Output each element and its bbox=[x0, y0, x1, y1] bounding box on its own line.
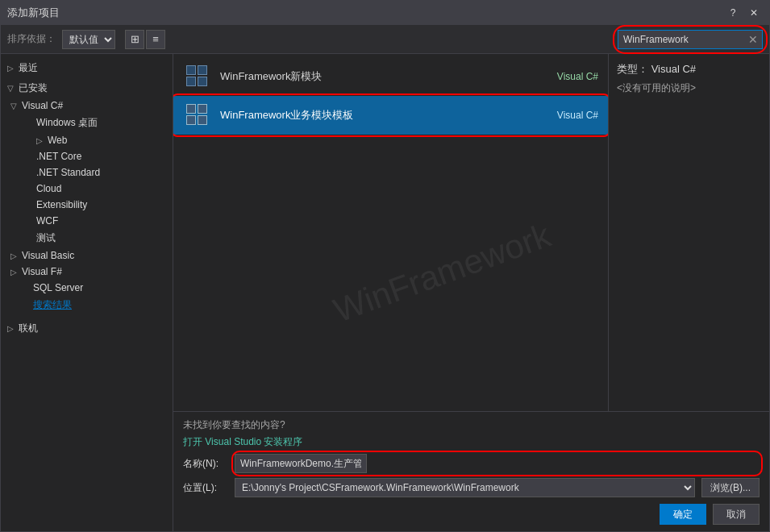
sidebar-item-net-core[interactable]: .NET Core bbox=[7, 148, 173, 164]
sidebar-item-windows-desktop[interactable]: Windows 桌面 bbox=[7, 114, 173, 132]
arrow-icon-fsharp: ▷ bbox=[10, 268, 22, 276]
name-input-wrapper bbox=[235, 454, 760, 473]
search-clear-button[interactable]: ✕ bbox=[745, 31, 761, 48]
sidebar-item-web[interactable]: ▷ Web bbox=[7, 132, 173, 148]
arrow-icon-csharp: ▽ bbox=[10, 102, 22, 110]
location-select[interactable]: E:\Jonny's Project\CSFramework.WinFramew… bbox=[235, 478, 695, 497]
sidebar-section-installed: ▽ 已安装 ▽ Visual C# Windows 桌面 ▷ W bbox=[1, 79, 173, 314]
sort-label: 排序依据： bbox=[7, 32, 56, 46]
sidebar-item-installed[interactable]: ▽ 已安装 bbox=[1, 79, 173, 98]
sidebar: ▷ 最近 ▽ 已安装 ▽ Visual C# Windows 桌面 bbox=[1, 54, 173, 531]
toolbar: 排序依据： 默认值 ⊞ ≡ ✕ bbox=[1, 25, 769, 54]
action-bar: 确定 取消 bbox=[183, 504, 760, 525]
browse-button[interactable]: 浏览(B)... bbox=[701, 478, 760, 497]
item-type: Visual C# bbox=[534, 71, 598, 82]
sidebar-section-online: ▷ 联机 bbox=[1, 319, 173, 338]
sidebar-item-net-standard[interactable]: .NET Standard bbox=[7, 164, 173, 181]
location-label: 位置(L): bbox=[183, 481, 228, 495]
sidebar-item-search-results[interactable]: 搜索结果 bbox=[4, 296, 173, 314]
dialog-title: 添加新项目 bbox=[7, 6, 60, 20]
title-bar-buttons: ? ✕ bbox=[724, 4, 763, 22]
open-installer-link[interactable]: 打开 Visual Studio 安装程序 bbox=[183, 436, 303, 447]
name-form-row: 名称(N): bbox=[183, 454, 760, 473]
grid-view-button[interactable]: ⊞ bbox=[125, 30, 144, 49]
sidebar-label-online: 联机 bbox=[19, 322, 38, 335]
sidebar-label-web: Web bbox=[48, 135, 67, 146]
table-row[interactable]: WinFramework业务模块模板 Visual C# bbox=[173, 96, 608, 135]
item-type: Visual C# bbox=[534, 110, 598, 121]
sidebar-installed-children: ▽ Visual C# Windows 桌面 ▷ Web .NET Core bbox=[1, 98, 173, 314]
arrow-icon-installed: ▽ bbox=[7, 84, 19, 93]
arrow-icon-web: ▷ bbox=[36, 136, 48, 145]
sidebar-item-recent[interactable]: ▷ 最近 bbox=[1, 59, 173, 77]
item-icon bbox=[183, 101, 212, 130]
details-description: <没有可用的说明> bbox=[617, 81, 761, 95]
list-view-button[interactable]: ≡ bbox=[146, 30, 165, 49]
sidebar-item-visual-csharp[interactable]: ▽ Visual C# bbox=[4, 98, 173, 114]
sidebar-section-recent: ▷ 最近 bbox=[1, 59, 173, 77]
sidebar-item-online[interactable]: ▷ 联机 bbox=[1, 319, 173, 338]
sidebar-label-visual-csharp: Visual C# bbox=[22, 100, 63, 111]
sidebar-item-sql-server[interactable]: SQL Server bbox=[4, 280, 173, 296]
search-input[interactable] bbox=[618, 30, 763, 49]
module-icon bbox=[185, 64, 210, 89]
sidebar-label-recent: 最近 bbox=[19, 61, 38, 75]
sort-select[interactable]: 默认值 bbox=[62, 30, 115, 49]
name-input[interactable] bbox=[235, 454, 367, 473]
sidebar-label-visual-basic: Visual Basic bbox=[22, 250, 74, 261]
arrow-icon-basic: ▷ bbox=[10, 251, 22, 260]
ok-button[interactable]: 确定 bbox=[660, 504, 706, 525]
sidebar-item-visual-fsharp[interactable]: ▷ Visual F# bbox=[4, 264, 173, 280]
table-row[interactable]: WinFramework新模块 Visual C# bbox=[173, 57, 608, 96]
title-bar: 添加新项目 ? ✕ bbox=[1, 1, 769, 25]
details-panel: 类型： Visual C# <没有可用的说明> bbox=[608, 54, 769, 411]
content-area: ▷ 最近 ▽ 已安装 ▽ Visual C# Windows 桌面 bbox=[1, 54, 769, 531]
arrow-icon-online: ▷ bbox=[7, 324, 19, 333]
view-buttons: ⊞ ≡ bbox=[125, 30, 165, 49]
sidebar-label-visual-fsharp: Visual F# bbox=[22, 266, 62, 277]
close-button[interactable]: ✕ bbox=[745, 4, 763, 22]
item-icon bbox=[183, 62, 212, 91]
sidebar-item-extensibility[interactable]: Extensibility bbox=[7, 197, 173, 213]
sidebar-item-cloud[interactable]: Cloud bbox=[7, 181, 173, 197]
module-icon bbox=[185, 102, 210, 128]
arrow-icon: ▷ bbox=[7, 64, 19, 73]
cancel-button[interactable]: 取消 bbox=[713, 504, 760, 525]
sidebar-item-visual-basic[interactable]: ▷ Visual Basic bbox=[4, 247, 173, 264]
items-list: WinFramework新模块 Visual C# bbox=[173, 54, 608, 411]
main-area: WinFramework WinFramework新模块 bbox=[173, 54, 769, 531]
item-name: WinFramework新模块 bbox=[220, 69, 526, 84]
sidebar-item-wcf[interactable]: WCF bbox=[7, 213, 173, 229]
details-type-label: 类型： Visual C# bbox=[617, 62, 761, 77]
location-form-row: 位置(L): E:\Jonny's Project\CSFramework.Wi… bbox=[183, 478, 760, 497]
sidebar-csharp-children: Windows 桌面 ▷ Web .NET Core .NET Standard bbox=[4, 114, 173, 247]
name-label: 名称(N): bbox=[183, 457, 228, 471]
bottom-area: 未找到你要查找的内容? 打开 Visual Studio 安装程序 名称(N):… bbox=[173, 411, 769, 531]
help-button[interactable]: ? bbox=[724, 4, 742, 22]
search-wrapper: ✕ bbox=[618, 30, 763, 49]
sidebar-item-test[interactable]: 测试 bbox=[7, 229, 173, 247]
sidebar-label-installed: 已安装 bbox=[19, 81, 48, 95]
item-name: WinFramework业务模块模板 bbox=[220, 108, 526, 123]
not-found-text: 未找到你要查找的内容? bbox=[183, 418, 760, 432]
add-new-item-dialog: 添加新项目 ? ✕ 排序依据： 默认值 ⊞ ≡ ✕ ▷ 最近 bbox=[0, 0, 770, 532]
